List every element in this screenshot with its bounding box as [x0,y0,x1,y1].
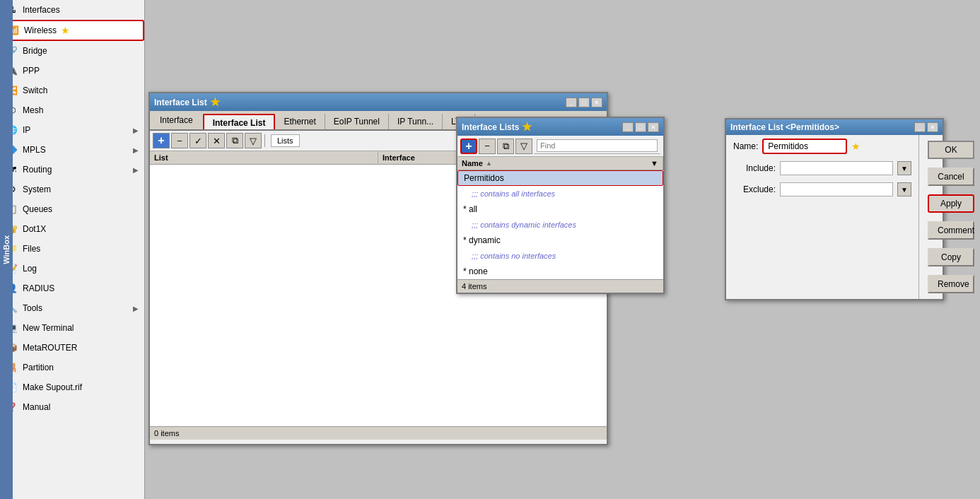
copy-toolbar-button[interactable]: ⧉ [226,133,243,148]
iface-lists-remove-button[interactable]: − [479,139,496,154]
tab-eoip[interactable]: EoIP Tunnel [325,114,389,129]
include-input[interactable] [780,161,893,175]
list-item-none-sub: ;;; contains no interfaces [457,248,663,264]
tab-ip-tunnel[interactable]: IP Tunn... [389,114,443,129]
sidebar-item-routing[interactable]: 🗺 Routing ▶ [0,160,144,180]
sidebar-item-queues[interactable]: 📋 Queues [0,199,144,219]
list-item-permitidos[interactable]: Permitidos [457,170,663,186]
include-label: Include: [733,163,776,173]
sidebar-item-mesh[interactable]: ⬡ Mesh [0,100,144,120]
sidebar-label-log: Log [23,264,37,274]
iface-list-minimize[interactable]: _ [566,98,577,107]
buttons-col: OK Cancel Apply Comment Copy Remove [919,135,980,299]
sidebar-item-wireless[interactable]: 📶 Wireless ★ [0,20,144,41]
sort-arrow: ▲ [486,160,492,167]
iface-lists-controls: _ □ × [622,122,659,132]
winbox-label: WinBox [2,235,11,264]
iface-lists-maximize[interactable]: □ [635,122,646,132]
filter-button[interactable]: ▽ [245,133,262,148]
sidebar-label-supout: Make Supout.rif [23,382,82,392]
sidebar-item-tools[interactable]: 🔧 Tools ▶ [0,298,144,318]
tab-ethernet[interactable]: Ethernet [275,114,325,129]
sidebar-label-mesh: Mesh [23,105,43,115]
iface-list-star: ★ [210,95,220,109]
sidebar-label-system: System [23,184,51,194]
permitidos-title: Interface List <Permitidos> [730,122,839,132]
iface-lists-add-button[interactable]: + [460,139,477,154]
name-label: Name: [733,141,758,151]
iface-lists-close[interactable]: × [648,122,659,132]
copy-button[interactable]: Copy [928,248,974,266]
iface-lists-title: Interface Lists [462,122,519,132]
iface-lists-copy-button[interactable]: ⧉ [497,139,514,154]
sidebar-item-partition[interactable]: 🍕 Partition [0,358,144,377]
remove-button[interactable]: Remove [928,275,974,293]
permitidos-minimize[interactable]: _ [914,122,926,132]
cancel-button[interactable]: Cancel [928,168,974,186]
tab-interface-list[interactable]: Interface List [203,114,276,131]
sidebar-item-ip[interactable]: 🌐 IP ▶ [0,120,144,140]
remove-button[interactable]: − [171,133,188,148]
sidebar-label-metarouter: MetaROUTER [23,343,77,353]
iface-lists-toolbar: + − ⧉ ▽ [457,136,663,157]
sidebar-item-dot1x[interactable]: 🔐 Dot1X [0,219,144,239]
permitidos-titlebar: Interface List <Permitidos> _ × [726,119,943,135]
iface-lists-star: ★ [522,120,532,134]
include-select-btn[interactable]: ▼ [897,161,911,175]
find-bar [534,138,660,154]
sidebar-label-tools: Tools [23,303,42,313]
list-item-all-sub: ;;; contains all interfaces [457,186,663,201]
col-name: Name ▲ ▼ [457,157,663,170]
permitidos-close[interactable]: × [927,122,938,132]
ok-button[interactable]: OK [928,141,974,159]
sidebar-item-ppp[interactable]: 🔌 PPP [0,61,144,81]
sidebar-item-bridge[interactable]: 🔗 Bridge [0,41,144,61]
sidebar-item-metarouter[interactable]: 📦 MetaROUTER [0,338,144,358]
sidebar-label-wireless: Wireless [24,25,57,35]
check-button[interactable]: ✓ [189,133,206,148]
name-input[interactable] [762,139,847,154]
list-item-dynamic-sub: ;;; contains dynamic interfaces [457,217,663,233]
sidebar-item-switch[interactable]: 🔀 Switch [0,81,144,100]
add-button[interactable]: + [153,133,170,148]
apply-button[interactable]: Apply [928,194,974,213]
tab-interface[interactable]: Interface [150,111,203,129]
find-input[interactable] [537,139,658,152]
winbox-strip: WinBox [0,0,13,499]
sidebar-item-system[interactable]: ⚙ System [0,180,144,199]
sidebar-item-radius[interactable]: 👤 RADIUS [0,278,144,298]
sidebar-label-terminal: New Terminal [23,323,74,333]
exclude-select-btn[interactable]: ▼ [897,182,911,196]
x-button[interactable]: ✕ [208,133,225,148]
sidebar-label-partition: Partition [23,363,54,372]
sidebar-item-log[interactable]: 📝 Log [0,259,144,278]
sidebar-label-interfaces: Interfaces [23,5,60,15]
list-item-all[interactable]: * all [457,201,663,217]
comment-button[interactable]: Comment [928,221,974,240]
list-item-none[interactable]: * none [457,264,663,279]
sidebar-item-make-supout[interactable]: 📄 Make Supout.rif [0,377,144,397]
sidebar-item-interfaces[interactable]: 🖧 Interfaces [0,0,144,20]
sidebar-item-mpls[interactable]: 🔷 MPLS ▶ [0,140,144,160]
permitidos-form: Name: ★ Include: ▼ Exclude: ▼ [726,135,919,299]
lists-button[interactable]: Lists [271,134,300,147]
exclude-label: Exclude: [733,184,776,194]
list-item-dynamic[interactable]: * dynamic [457,233,663,248]
iface-list-maximize[interactable]: □ [578,98,590,107]
sidebar-label-mpls: MPLS [23,145,46,155]
iface-lists-filter-button[interactable]: ▽ [515,139,532,154]
sidebar-label-radius: RADIUS [23,283,54,293]
sidebar-label-queues: Queues [23,204,52,214]
iface-list-titlebar: Interface List ★ _ □ × [150,93,607,111]
exclude-input[interactable] [780,182,893,196]
col-expand: ▼ [651,159,658,168]
iface-list-title: Interface List [154,98,207,107]
sidebar-item-files[interactable]: 📁 Files [0,239,144,259]
sidebar-item-manual[interactable]: ❓ Manual [0,397,144,417]
iface-lists-minimize[interactable]: _ [622,122,634,132]
iface-list-controls: _ □ × [566,98,602,107]
iface-list-close[interactable]: × [591,98,602,107]
sidebar-item-new-terminal[interactable]: 💻 New Terminal [0,318,144,338]
iface-lists-status: 4 items [457,279,663,293]
name-star: ★ [851,141,861,152]
